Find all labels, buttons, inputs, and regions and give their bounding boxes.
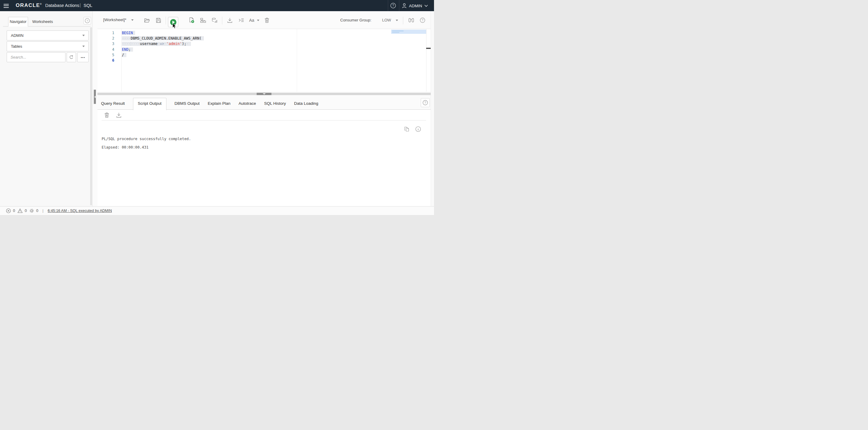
editor-minimap-selection [391, 30, 426, 34]
line-number: 2 [97, 36, 121, 41]
output-tab-dbms-output[interactable]: DBMS Output [175, 101, 200, 110]
save-button[interactable] [155, 17, 161, 23]
title-divider: | [80, 2, 81, 7]
worksheet-title: [Worksheet]* [103, 18, 126, 22]
chevron-down-icon [257, 20, 259, 21]
chevron-left-icon [94, 96, 96, 98]
explain-plan-icon [200, 18, 206, 23]
editor-scrollbar-thumb[interactable] [426, 48, 431, 49]
output-tab-autotrace[interactable]: Autotrace [239, 101, 256, 110]
trash-icon [104, 112, 109, 118]
ellipsis-icon: ••• [81, 56, 85, 59]
script-output-panel: PL/SQL procedure successfully completed.… [97, 110, 431, 206]
splitter-horizontal[interactable] [97, 93, 431, 95]
run-script-button[interactable] [188, 17, 194, 23]
module-title: SQL [84, 3, 92, 8]
error-icon [6, 208, 11, 213]
info-button[interactable] [415, 126, 421, 132]
user-menu[interactable]: ADMIN [402, 2, 428, 9]
help-icon: ? [390, 3, 396, 8]
editor-right-border [426, 29, 427, 91]
output-tab-script-output[interactable]: Script Output [133, 98, 166, 110]
code-line[interactable] [122, 58, 426, 63]
run-play-icon [170, 19, 177, 26]
code-line[interactable]: / [122, 52, 426, 58]
svg-text:?: ? [392, 4, 394, 7]
svg-text:?: ? [424, 101, 426, 105]
tab-navigator[interactable]: Navigator [8, 17, 28, 27]
tab-worksheets[interactable]: Worksheets [32, 19, 53, 24]
output-tab-query-result[interactable]: Query Result [101, 101, 125, 110]
panel-collapse-handle[interactable] [94, 90, 96, 104]
output-message: PL/SQL procedure successfully completed. [102, 135, 191, 143]
splitter-collapse-button[interactable] [257, 93, 272, 95]
editor-column-ruler [297, 29, 297, 91]
more-actions-button[interactable]: ••• [77, 52, 89, 62]
chevron-down-icon [424, 4, 428, 7]
database-actions-app: ORACLE® Database Actions | SQL ? ADMIN N… [0, 0, 434, 215]
copy-output-button[interactable] [404, 126, 409, 132]
panel-help-button[interactable]: ? [84, 17, 91, 25]
top-bar: ORACLE® Database Actions | SQL ? ADMIN [0, 0, 434, 11]
line-number: 1 [97, 30, 121, 36]
chevron-down-icon [82, 35, 85, 36]
page-scrollbar-track[interactable] [431, 11, 434, 206]
info-icon [415, 126, 421, 132]
line-number: 3 [97, 41, 121, 47]
autotrace-icon [212, 18, 217, 23]
clear-worksheet-button[interactable] [264, 17, 270, 23]
code-line[interactable]: END; [122, 47, 426, 52]
output-tabs: Query ResultScript OutputDBMS OutputExpl… [101, 97, 318, 110]
svg-text:?: ? [87, 19, 88, 22]
output-toolbar-divider [102, 120, 426, 120]
process-count: 0 [36, 209, 38, 213]
error-count: 0 [13, 209, 15, 213]
gear-icon [29, 208, 34, 213]
code-line[interactable]: BEGIN [122, 30, 426, 36]
output-tab-sql-history[interactable]: SQL History [264, 101, 286, 110]
hamburger-menu-icon[interactable] [4, 3, 10, 8]
autotrace-button[interactable] [211, 17, 217, 23]
status-processes[interactable]: 0 [29, 208, 38, 213]
download-button[interactable] [227, 17, 233, 23]
chevron-down-icon [82, 46, 85, 47]
app-title: Database Actions [45, 3, 79, 8]
navigator-panel: Navigator Worksheets ? ADMIN Tables ••• [0, 11, 93, 206]
chevron-down-icon [263, 93, 266, 94]
status-link[interactable]: 6:45:16 AM - SQL executed by ADMIN [48, 209, 112, 213]
schema-select[interactable]: ADMIN [7, 30, 89, 40]
binoculars-icon [408, 18, 414, 23]
help-icon: ? [423, 100, 428, 105]
status-errors[interactable]: 0 [6, 208, 15, 213]
font-size-button[interactable]: Aa [248, 17, 260, 23]
format-icon [239, 18, 244, 23]
download-icon [116, 112, 122, 118]
worksheet-help-button[interactable]: ? [420, 17, 426, 23]
run-statement-button[interactable] [168, 17, 178, 27]
output-tab-explain-plan[interactable]: Explain Plan [208, 101, 230, 110]
registered-mark: ® [40, 3, 42, 5]
explain-plan-button[interactable] [200, 17, 206, 23]
output-tab-data-loading[interactable]: Data Loading [294, 101, 318, 110]
copy-icon [404, 126, 409, 132]
open-file-button[interactable] [144, 17, 150, 23]
object-type-select[interactable]: Tables [7, 41, 89, 51]
code-line[interactable]: ········username·=>·'admin');· [122, 41, 426, 47]
topbar-separator [399, 0, 399, 11]
panel-scrollbar[interactable] [90, 27, 92, 205]
output-help-button[interactable]: ? [421, 98, 430, 107]
help-button[interactable]: ? [390, 3, 396, 8]
code-editor[interactable]: BEGIN····DBMS_CLOUD_ADMIN.ENABLE_AWS_ARN… [122, 29, 426, 91]
consumer-group-select[interactable]: LOW [382, 18, 398, 22]
worksheet-selector[interactable]: [Worksheet]* [103, 18, 134, 22]
search-input[interactable] [7, 52, 65, 62]
minimap-code-mark [392, 30, 404, 31]
status-warnings[interactable]: 0 [18, 208, 27, 213]
refresh-button[interactable] [67, 52, 76, 62]
download-output-button[interactable] [116, 112, 122, 118]
format-button[interactable] [238, 17, 244, 23]
find-object-button[interactable] [408, 17, 414, 23]
clear-output-button[interactable] [104, 112, 110, 118]
code-line[interactable]: ····DBMS_CLOUD_ADMIN.ENABLE_AWS_ARN( [122, 36, 426, 41]
minimap-code-mark [392, 32, 399, 33]
